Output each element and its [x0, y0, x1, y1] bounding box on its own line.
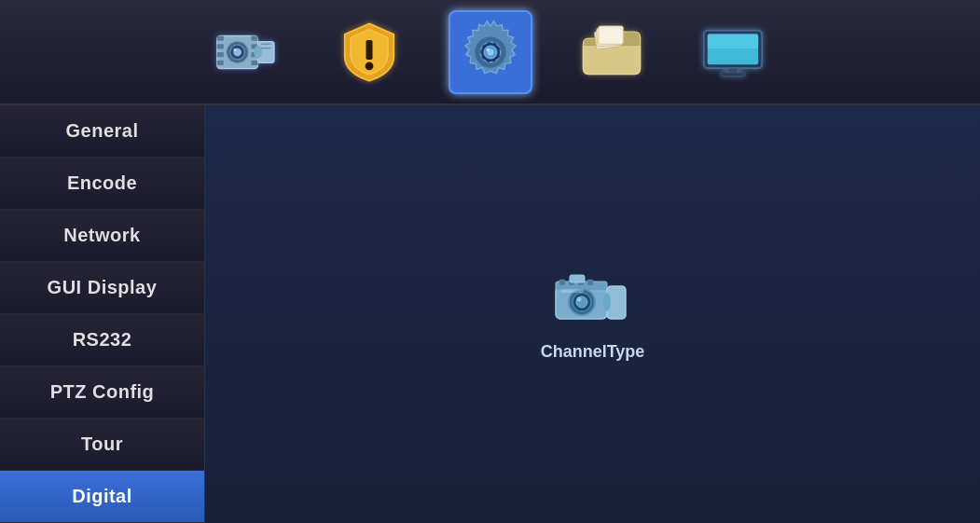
- svg-rect-5: [251, 35, 257, 40]
- sidebar-item-digital[interactable]: Digital: [0, 471, 204, 523]
- svg-rect-35: [559, 280, 565, 285]
- svg-rect-1: [216, 35, 223, 40]
- svg-point-14: [254, 46, 262, 59]
- channel-type-item[interactable]: ChannelType: [541, 268, 645, 362]
- main-content: General Encode Network GUI Display RS232…: [0, 105, 980, 523]
- channel-type-icon: [546, 268, 640, 333]
- toolbar-monitor-icon[interactable]: [691, 10, 775, 94]
- toolbar-folder-icon[interactable]: [570, 10, 654, 94]
- svg-rect-46: [560, 289, 584, 293]
- svg-point-12: [233, 48, 237, 51]
- svg-rect-30: [707, 34, 757, 48]
- toolbar-camera-icon[interactable]: [206, 10, 290, 94]
- sidebar-item-network[interactable]: Network: [0, 210, 204, 262]
- svg-rect-2: [216, 44, 223, 48]
- svg-rect-32: [720, 72, 744, 76]
- toolbar-settings-icon[interactable]: [449, 10, 532, 94]
- svg-rect-43: [570, 275, 585, 282]
- sidebar-item-encode[interactable]: Encode: [0, 158, 204, 210]
- sidebar-item-ptz-config[interactable]: PTZ Config: [0, 366, 204, 419]
- toolbar-alert-icon[interactable]: [327, 10, 411, 94]
- svg-point-23: [486, 48, 490, 51]
- svg-rect-17: [366, 39, 372, 59]
- svg-rect-38: [587, 280, 593, 285]
- svg-rect-4: [216, 60, 223, 64]
- sidebar-item-tour[interactable]: Tour: [0, 419, 204, 471]
- sidebar-item-general[interactable]: General: [0, 105, 204, 158]
- sidebar-item-gui-display[interactable]: GUI Display: [0, 262, 204, 314]
- top-toolbar: [0, 0, 980, 105]
- svg-rect-3: [216, 52, 223, 57]
- svg-rect-27: [599, 26, 623, 44]
- svg-rect-8: [251, 60, 257, 64]
- svg-point-42: [576, 296, 581, 301]
- svg-point-18: [365, 62, 373, 70]
- sidebar-item-rs232[interactable]: RS232: [0, 314, 204, 366]
- svg-point-45: [603, 293, 611, 311]
- channel-type-label: ChannelType: [541, 342, 645, 362]
- sidebar: General Encode Network GUI Display RS232…: [0, 105, 205, 523]
- content-area: ChannelType: [205, 105, 980, 523]
